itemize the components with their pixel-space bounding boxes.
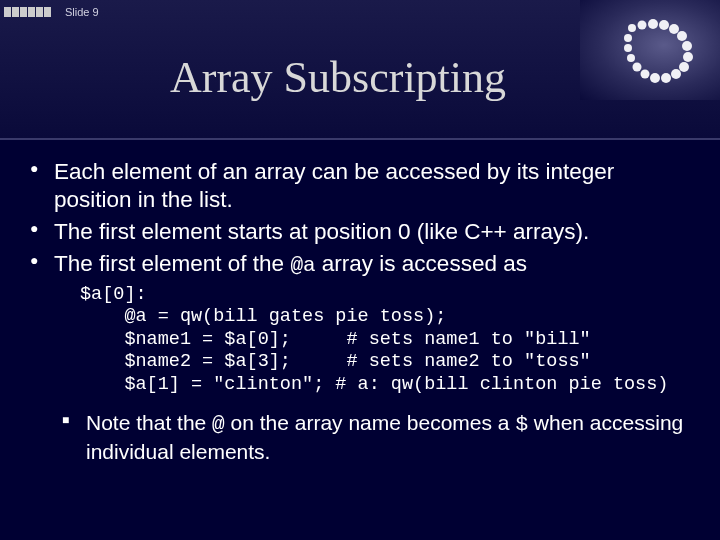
bullet-text-pre: The first element of the [54,251,290,276]
inline-code: @a [290,254,315,277]
svg-point-14 [627,54,635,62]
svg-point-1 [638,21,647,30]
pearl-necklace-icon [612,18,702,88]
content-area: Each element of an array can be accessed… [0,140,720,465]
logo-bar: Slide 9 [4,6,99,18]
decorative-image [580,0,720,100]
sub-bullet-list: Note that the @ on the array name become… [62,410,692,465]
svg-point-13 [633,63,642,72]
bullet-text: The first element starts at position 0 (… [54,219,589,244]
note-text-pre: Note that the [86,411,212,434]
svg-point-7 [683,52,693,62]
list-item: Each element of an array can be accessed… [28,158,692,214]
svg-point-15 [624,44,632,52]
slide-number: Slide 9 [65,6,99,18]
header-band: Slide 9 Array Subscripting [0,0,720,140]
code-block: $a[0]: @a = qw(bill gates pie toss); $na… [80,284,692,397]
inline-code: @ [212,413,225,436]
list-item: The first element starts at position 0 (… [28,218,692,246]
svg-point-0 [628,24,636,32]
bullet-text: Each element of an array can be accessed… [54,159,614,212]
list-item: The first element of the @a array is acc… [28,250,692,279]
svg-point-8 [679,62,689,72]
inline-code: $ [515,413,528,436]
bullet-list: Each element of an array can be accessed… [28,158,692,280]
logo-icon [4,7,51,17]
svg-point-16 [624,34,632,42]
svg-point-6 [682,41,692,51]
svg-point-9 [671,69,681,79]
bullet-text-post: array is accessed as [316,251,527,276]
list-item: Note that the @ on the array name become… [62,410,692,465]
svg-point-11 [650,73,660,83]
svg-point-3 [659,20,669,30]
note-text-mid: on the array name becomes a [225,411,516,434]
svg-point-4 [669,24,679,34]
svg-point-12 [641,70,650,79]
svg-point-5 [677,31,687,41]
svg-point-2 [648,19,658,29]
svg-point-10 [661,73,671,83]
page-title: Array Subscripting [170,52,506,103]
